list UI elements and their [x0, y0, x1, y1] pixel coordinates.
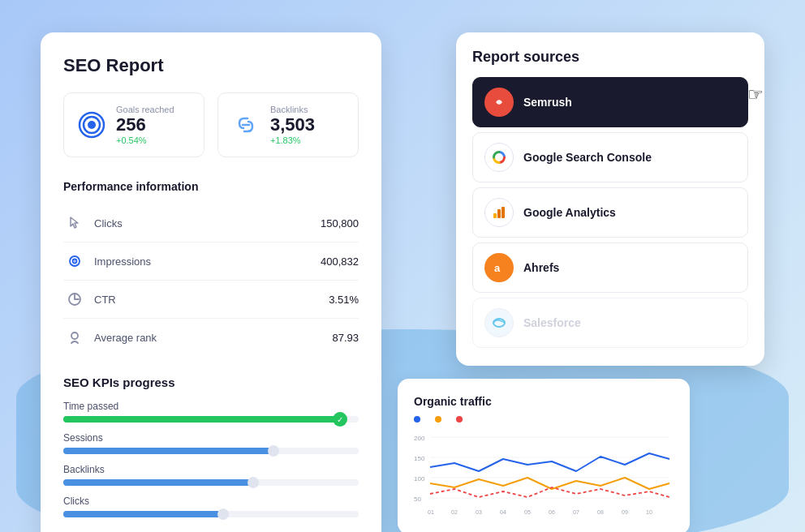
avg-rank-icon [63, 326, 86, 349]
svg-point-8 [71, 332, 78, 339]
legend-red [456, 416, 466, 423]
avg-rank-label: Average rank [94, 332, 332, 344]
performance-list: Clicks 150,800 Impressions 400,832 [63, 204, 359, 356]
kpi-clicks-track [63, 511, 359, 517]
chart-legend [414, 416, 674, 423]
svg-text:03: 03 [476, 509, 482, 515]
backlinks-info: Backlinks 3,503 +1.83% [270, 105, 315, 145]
svg-text:04: 04 [500, 509, 506, 515]
backlinks-icon [231, 110, 260, 139]
source-ahrefs[interactable]: a Ahrefs [472, 242, 748, 293]
source-semrush[interactable]: Semrush ☞ [472, 77, 748, 127]
goals-info: Goals reached 256 +0.54% [116, 105, 174, 145]
goals-value: 256 [116, 116, 174, 134]
svg-text:02: 02 [451, 509, 458, 515]
kpi-clicks-label: Clicks [63, 496, 359, 507]
right-side: Report sources Semrush ☞ [398, 32, 764, 532]
goals-label: Goals reached [116, 105, 174, 114]
clicks-icon [63, 212, 86, 234]
kpi-backlinks-dot [248, 477, 259, 488]
backlinks-label: Backlinks [270, 105, 315, 114]
svg-point-2 [88, 121, 96, 129]
metrics-row: Goals reached 256 +0.54% Backlinks 3,503 [63, 92, 359, 157]
clicks-label: Clicks [94, 217, 321, 230]
ahrefs-label: Ahrefs [523, 261, 559, 274]
kpi-clicks-dot [217, 508, 229, 520]
kpi-time-track: ✓ [63, 416, 359, 423]
report-sources-panel: Report sources Semrush ☞ [456, 32, 764, 366]
svg-text:200: 200 [414, 435, 425, 442]
kpi-backlinks: Backlinks [63, 464, 359, 486]
google-analytics-label: Google Analytics [523, 206, 616, 219]
salesforce-icon [484, 308, 514, 337]
google-search-console-icon [484, 143, 514, 172]
kpi-clicks: Clicks [63, 496, 359, 517]
seo-report-title: SEO Report [63, 55, 359, 76]
ctr-icon [63, 288, 86, 311]
svg-text:08: 08 [597, 509, 604, 515]
perf-item-clicks: Clicks 150,800 [63, 204, 359, 242]
semrush-label: Semrush [523, 96, 572, 109]
avg-rank-value: 87.93 [332, 332, 359, 344]
svg-text:100: 100 [414, 475, 425, 483]
svg-text:50: 50 [414, 496, 421, 503]
kpi-clicks-fill [63, 511, 226, 517]
perf-item-avg-rank: Average rank 87.93 [63, 319, 359, 356]
impressions-icon [63, 250, 86, 272]
ctr-value: 3.51% [329, 294, 359, 306]
source-google-analytics[interactable]: Google Analytics [472, 187, 748, 238]
kpi-backlinks-track [63, 479, 359, 486]
ctr-label: CTR [94, 294, 329, 306]
svg-text:01: 01 [428, 509, 434, 515]
cursor-icon: ☞ [747, 84, 764, 105]
kpi-sessions-label: Sessions [63, 432, 359, 444]
chart-title: Organic traffic [414, 395, 674, 408]
kpi-sessions-dot [268, 445, 279, 457]
kpi-time-label: Time passed [63, 401, 359, 412]
svg-text:150: 150 [414, 455, 425, 462]
svg-rect-13 [502, 207, 505, 218]
legend-blue [414, 416, 424, 423]
legend-blue-dot [414, 416, 420, 423]
kpi-backlinks-label: Backlinks [63, 464, 359, 475]
svg-text:09: 09 [622, 509, 628, 515]
legend-yellow [435, 416, 445, 423]
kpi-time-passed: Time passed ✓ [63, 401, 359, 423]
source-salesforce[interactable]: Salesforce [472, 298, 748, 348]
google-analytics-icon [484, 198, 514, 227]
performance-title: Performance information [63, 180, 359, 193]
kpi-sessions: Sessions [63, 432, 359, 454]
kpi-backlinks-fill [63, 479, 256, 486]
seo-report-card: SEO Report Goals reached 256 +0.54% [41, 32, 381, 532]
semrush-icon [484, 88, 514, 117]
backlinks-change: +1.83% [270, 135, 315, 145]
traffic-chart-svg: 200 150 100 50 01 02 03 04 [414, 431, 674, 520]
svg-text:07: 07 [573, 509, 579, 515]
backlinks-metric-box: Backlinks 3,503 +1.83% [217, 92, 359, 157]
clicks-value: 150,800 [321, 217, 359, 230]
backlinks-value: 3,503 [270, 116, 315, 134]
goals-change: +0.54% [116, 135, 174, 145]
kpi-title: SEO KPIs progress [63, 375, 359, 389]
svg-rect-12 [497, 209, 501, 218]
impressions-label: Impressions [94, 255, 321, 268]
kpi-time-fill: ✓ [63, 416, 344, 423]
legend-red-dot [456, 416, 463, 423]
svg-text:05: 05 [524, 509, 531, 515]
impressions-value: 400,832 [321, 255, 359, 268]
svg-point-6 [74, 260, 75, 262]
kpi-sessions-track [63, 448, 359, 454]
ahrefs-icon: a [484, 253, 514, 282]
svg-text:a: a [494, 262, 501, 274]
kpi-time-check: ✓ [333, 412, 347, 427]
organic-traffic-chart: Organic traffic 200 150 100 50 [398, 379, 690, 532]
goals-metric-box: Goals reached 256 +0.54% [63, 92, 204, 157]
panel-title: Report sources [472, 49, 748, 66]
svg-text:06: 06 [549, 509, 555, 515]
legend-yellow-dot [435, 416, 441, 423]
kpi-list: Time passed ✓ Sessions Backlinks [63, 401, 359, 517]
svg-rect-11 [493, 213, 497, 218]
source-google-search-console[interactable]: Google Search Console [472, 132, 748, 182]
perf-item-impressions: Impressions 400,832 [63, 242, 359, 281]
goals-icon [77, 110, 106, 139]
